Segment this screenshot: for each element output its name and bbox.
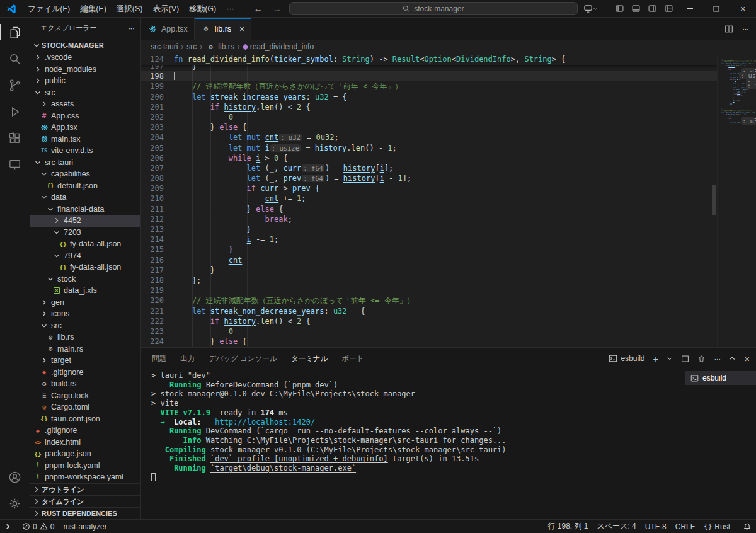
source-control-icon[interactable] — [0, 72, 30, 98]
status-item-Rust[interactable]: {}Rust — [699, 520, 735, 533]
tree-item-Cargo.toml[interactable]: ⚙Cargo.toml — [30, 401, 140, 413]
breadcrumb-item-read_dividend_info[interactable]: read_dividend_info — [243, 42, 314, 51]
minimap[interactable]: } // 連続増配年数（直近からさかのぼって「前年 < 今年」） let str… — [717, 54, 756, 347]
settings-gear-icon[interactable] — [0, 490, 30, 517]
code-line-201[interactable]: 201 if history.len() < 2 { — [141, 102, 717, 112]
breadcrumb-item-src[interactable]: src — [186, 42, 197, 51]
menu-item-5[interactable]: ··· — [221, 3, 239, 15]
kill-terminal-icon[interactable] — [697, 355, 706, 363]
project-root-row[interactable]: STOCK-MANAGER — [30, 38, 140, 52]
panel-more-actions-icon[interactable]: ··· — [714, 354, 720, 364]
tree-item-build.rs[interactable]: ⚙build.rs — [30, 378, 140, 390]
maximize-panel-icon[interactable] — [728, 355, 736, 362]
code-line-217[interactable]: 217 } — [141, 265, 717, 275]
search-view-icon[interactable] — [0, 45, 30, 72]
panel-tab-問題[interactable]: 問題 — [152, 348, 166, 369]
split-editor-icon[interactable] — [724, 25, 733, 33]
chat-button[interactable] — [583, 1, 599, 17]
tree-item-financial-data[interactable]: financial-data — [30, 203, 140, 215]
tree-item-vite-env.d.ts[interactable]: TSvite-env.d.ts — [30, 145, 140, 157]
code-line-222[interactable]: 222 if history.len() < 2 { — [141, 316, 717, 326]
tree-item-data_j.xls[interactable]: data_j.xls — [30, 285, 140, 297]
more-actions-icon[interactable]: ··· — [128, 23, 134, 33]
tree-item-7974[interactable]: 7974 — [30, 250, 140, 262]
split-terminal-icon[interactable] — [681, 355, 689, 363]
sticky-scroll-line[interactable]: 124fn read_dividend_info(ticker_symbol: … — [141, 54, 717, 65]
tree-item-assets[interactable]: assets — [30, 98, 140, 110]
sidebar-section-アウトライン[interactable]: アウトライン — [30, 483, 140, 495]
code-line-198[interactable]: 198 — [141, 71, 717, 81]
code-line-212[interactable]: 212 break; — [141, 214, 717, 224]
status-item-CRLF[interactable]: CRLF — [671, 520, 699, 533]
tree-item-.gitignore[interactable]: ◈.gitignore — [30, 367, 140, 379]
menu-item-3[interactable]: 表示(V) — [147, 3, 184, 15]
back-button[interactable]: ← — [251, 4, 265, 14]
tree-item-node_modules[interactable]: node_modules — [30, 64, 140, 76]
terminal-profile-label[interactable]: esbuild — [609, 354, 644, 363]
sidebar-section-RUST DE­PENDENCIES[interactable]: RUST DE­PENDENCIES — [30, 507, 140, 519]
tree-item-icons[interactable]: icons — [30, 308, 140, 320]
terminal-dropdown-icon[interactable] — [667, 355, 673, 362]
code-line-210[interactable]: 210 cnt += 1; — [141, 193, 717, 203]
toggle-panel-icon[interactable] — [627, 1, 644, 17]
panel-tab-ポート[interactable]: ポート — [341, 348, 364, 369]
code-line-211[interactable]: 211 } else { — [141, 204, 717, 214]
panel-tab-デバッグ コンソール[interactable]: デバッグ コンソール — [209, 348, 277, 369]
code-line-216[interactable]: 216 cnt — [141, 255, 717, 265]
code-line-200[interactable]: 200 let streak_increase_years: u32 = { — [141, 92, 717, 102]
lsp-status[interactable]: rust-analyzer — [59, 520, 111, 533]
minimize-button[interactable] — [677, 0, 703, 17]
toggle-sidebar-icon[interactable] — [611, 1, 627, 17]
tab-lib.rs[interactable]: ⚙lib.rs× — [195, 18, 252, 40]
extensions-icon[interactable] — [0, 125, 30, 151]
sidebar-section-タイムライン[interactable]: タイムライン — [30, 495, 140, 507]
tree-item-.vscode[interactable]: .vscode — [30, 52, 140, 64]
tree-item-package.json[interactable]: {}package.json — [30, 448, 140, 460]
code-area[interactable]: 124fn read_dividend_info(ticker_symbol: … — [141, 54, 717, 347]
status-item-スペース: 4[interactable]: スペース: 4 — [593, 520, 641, 533]
code-line-221[interactable]: 221 let streak_non_decrease_years: u32 =… — [141, 306, 717, 316]
panel-tab-ターミナル[interactable]: ターミナル — [291, 348, 328, 369]
tree-item-App.tsx[interactable]: App.tsx — [30, 122, 140, 134]
account-icon[interactable] — [0, 464, 30, 490]
code-line-220[interactable]: 220 // 連続非減配年数（直近からさかのぼって「前年 <= 今年」） — [141, 295, 717, 306]
code-line-203[interactable]: 203 } else { — [141, 122, 717, 132]
code-line-207[interactable]: 207 let (_, curr: f64) = history[i]; — [141, 163, 717, 173]
tree-item-src-tauri[interactable]: src-tauri — [30, 157, 140, 169]
explorer-icon[interactable] — [0, 19, 30, 45]
code-line-215[interactable]: 215 } — [141, 244, 717, 255]
code-line-218[interactable]: 218 }; — [141, 275, 717, 285]
code-line-214[interactable]: 214 i -= 1; — [141, 234, 717, 244]
menu-item-2[interactable]: 選択(S) — [112, 3, 148, 15]
code-line-224[interactable]: 224 } else { — [141, 336, 717, 347]
code-line-202[interactable]: 202 0 — [141, 112, 717, 122]
code-line-208[interactable]: 208 let (_, prev: f64) = history[i - 1]; — [141, 173, 717, 183]
maximize-button[interactable] — [703, 0, 730, 17]
close-tab-icon[interactable]: × — [239, 24, 244, 34]
notifications-bell[interactable] — [738, 520, 756, 533]
code-line-219[interactable]: 219 — [141, 285, 717, 295]
new-terminal-icon[interactable]: + — [653, 353, 658, 364]
menu-item-1[interactable]: 編集(E) — [75, 3, 112, 15]
terminal-instance-esbuild[interactable]: esbuild — [685, 371, 756, 385]
code-line-225[interactable]: 225 let mut cnt: u32 = 0u32; — [141, 347, 717, 347]
tree-item-App.css[interactable]: #App.css — [30, 110, 140, 122]
code-line-206[interactable]: 206 while i > 0 { — [141, 153, 717, 163]
close-window-button[interactable]: × — [730, 0, 756, 17]
tree-item-7203[interactable]: 7203 — [30, 227, 140, 239]
code-line-205[interactable]: 205 let mut i: usize = history.len() - 1… — [141, 143, 717, 153]
run-debug-icon[interactable] — [0, 98, 30, 125]
breadcrumb-item-lib.rs[interactable]: ⚙lib.rs — [205, 42, 234, 51]
editor-more-actions-icon[interactable]: ··· — [742, 24, 748, 33]
tree-item-Cargo.lock[interactable]: ≡Cargo.lock — [30, 390, 140, 402]
code-line-199[interactable]: 199 // 連続増配年数（直近からさかのぼって「前年 < 今年」） — [141, 81, 717, 91]
tree-item-lib.rs[interactable]: ⚙lib.rs — [30, 331, 140, 343]
breadcrumb-item-src-tauri[interactable]: src-tauri — [151, 42, 178, 51]
status-item-行 198, 列 1[interactable]: 行 198, 列 1 — [544, 520, 593, 533]
tree-item-src[interactable]: src — [30, 320, 140, 332]
tree-item-pnpm-lock.yaml[interactable]: !pnpm-lock.yaml — [30, 460, 140, 472]
code-line-213[interactable]: 213 } — [141, 224, 717, 234]
tree-item-pnpm-workspace.yaml[interactable]: !pnpm-workspace.yaml — [30, 471, 140, 483]
tree-item-4452[interactable]: 4452 — [30, 215, 140, 227]
tree-item-index.html[interactable]: <>index.html — [30, 437, 140, 449]
